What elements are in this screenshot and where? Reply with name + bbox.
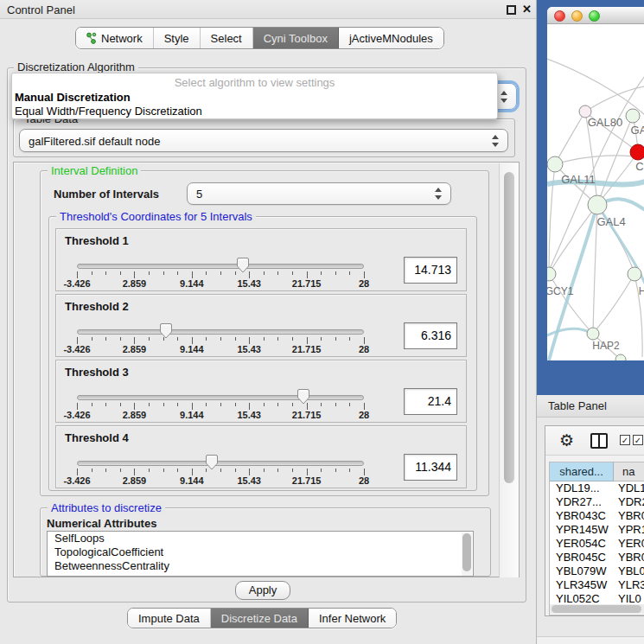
control-panel-titlebar: Control Panel ✕ bbox=[0, 0, 536, 19]
table-data-combobox[interactable]: galFiltered.sif default node bbox=[19, 129, 508, 152]
table-cell: YBR045C bbox=[550, 551, 614, 564]
vertical-scrollbar-thumb[interactable] bbox=[504, 172, 514, 483]
float-window-icon[interactable] bbox=[507, 5, 516, 15]
algorithm-hint: Select algorithm to view settings bbox=[12, 76, 497, 89]
slider-track[interactable] bbox=[77, 329, 364, 335]
horizontal-scrollbar[interactable] bbox=[550, 604, 644, 614]
slider-track[interactable] bbox=[77, 461, 364, 466]
thresholds-group-label: Threshold's Coordinates for 5 Intervals bbox=[56, 210, 256, 223]
network-edge[interactable] bbox=[547, 59, 644, 115]
tab-label: Cyni Toolbox bbox=[264, 32, 328, 45]
tab-jactivemnodules[interactable]: jActiveMNodules bbox=[339, 28, 443, 48]
minimize-traffic-light-icon[interactable] bbox=[571, 10, 583, 22]
network-edge[interactable] bbox=[593, 274, 634, 334]
tab-style[interactable]: Style bbox=[154, 28, 201, 48]
threshold-label: Threshold 1 bbox=[65, 234, 129, 247]
tab-cyni-toolbox[interactable]: Cyni Toolbox bbox=[253, 28, 339, 48]
close-traffic-light-icon[interactable] bbox=[554, 10, 565, 22]
table-data-value: galFiltered.sif default node bbox=[29, 134, 160, 147]
combo-spinner-icon bbox=[501, 91, 508, 103]
network-node[interactable] bbox=[615, 354, 626, 360]
tab-label: Style bbox=[164, 32, 189, 45]
horizontal-scrollbar-thumb[interactable] bbox=[552, 605, 641, 613]
algorithm-option-manual[interactable]: Manual Discretization bbox=[15, 91, 131, 104]
right-region: GAL80GACGAL11GAL4GCY1HHAP2 Table Panel ⚙… bbox=[536, 0, 644, 644]
network-edge[interactable] bbox=[555, 112, 585, 164]
column-header-1[interactable]: shared... bbox=[550, 462, 614, 481]
threshold-value-field[interactable]: 11.344 bbox=[404, 454, 457, 481]
combo-spinner-icon bbox=[435, 188, 443, 200]
algorithm-dropdown-popup: Select algorithm to view settings Manual… bbox=[11, 73, 498, 119]
tab-discretize-data[interactable]: Discretize Data bbox=[211, 609, 309, 628]
threshold-value-field[interactable]: 21.4 bbox=[404, 388, 457, 415]
table-panel-container: ⚙ ✓ ✓ shared...na YDL19...YDL1YDR27...YD… bbox=[545, 425, 644, 616]
apply-button[interactable]: Apply bbox=[235, 581, 290, 600]
network-node-gal11[interactable] bbox=[547, 156, 563, 172]
table-row[interactable]: YDL19...YDL1 bbox=[550, 481, 644, 495]
attribute-item[interactable]: BetweennessCentrality bbox=[48, 559, 473, 573]
slider-tick-labels: -3.4262.8599.14415.4321.71528 bbox=[77, 344, 364, 354]
network-node-h[interactable] bbox=[628, 267, 641, 281]
slider-track[interactable] bbox=[77, 395, 364, 400]
threshold-panel-4: Threshold 4-3.4262.8599.14415.4321.71528… bbox=[55, 425, 467, 488]
network-edge-highlighted[interactable] bbox=[547, 328, 593, 335]
vertical-scrollbar[interactable] bbox=[499, 163, 519, 577]
table-cell: YLR3 bbox=[614, 578, 644, 592]
threshold-label: Threshold 3 bbox=[65, 366, 129, 379]
attributes-scrollbar[interactable] bbox=[462, 532, 472, 577]
attributes-scrollbar-thumb[interactable] bbox=[462, 533, 471, 571]
table-row[interactable]: YBL079WYBL0 bbox=[550, 564, 644, 578]
table-row[interactable]: YLR345WYLR3 bbox=[550, 578, 644, 592]
attribute-items: SelfLoopsTopologicalCoefficientBetweenne… bbox=[48, 532, 473, 573]
control-panel-tab-bar: NetworkStyleSelectCyni ToolboxjActiveMNo… bbox=[75, 27, 444, 49]
table-panel-titlebar: Table Panel bbox=[537, 395, 644, 418]
tab-impute-data[interactable]: Impute Data bbox=[128, 609, 211, 628]
table-row[interactable]: YER054CYER0 bbox=[550, 537, 644, 551]
split-view-icon[interactable] bbox=[590, 433, 608, 449]
table-row[interactable]: YDR27...YDR2 bbox=[550, 495, 644, 509]
network-node-gcy1[interactable] bbox=[547, 267, 556, 281]
network-edge[interactable] bbox=[597, 116, 633, 205]
network-node-c[interactable] bbox=[630, 144, 644, 160]
tab-select[interactable]: Select bbox=[201, 28, 253, 48]
threshold-value-field[interactable]: 6.316 bbox=[404, 322, 457, 349]
tab-network[interactable]: Network bbox=[76, 28, 154, 48]
network-node-label: GAL4 bbox=[596, 215, 625, 228]
table-row[interactable]: YBR045CYBR0 bbox=[550, 551, 644, 564]
network-graph: GAL80GACGAL11GAL4GCY1HHAP2 bbox=[547, 24, 644, 360]
network-node-ga[interactable] bbox=[626, 109, 640, 123]
bottom-tab-bar: Impute DataDiscretize DataInfer Network bbox=[127, 608, 397, 628]
network-node-hap2[interactable] bbox=[587, 328, 599, 340]
network-edge[interactable] bbox=[597, 152, 638, 205]
close-icon[interactable]: ✕ bbox=[522, 3, 532, 16]
network-node-gal4[interactable] bbox=[588, 195, 607, 214]
threshold-panel-1: Threshold 1-3.4262.8599.14415.4321.71528… bbox=[55, 228, 467, 291]
threshold-value-field[interactable]: 14.713 bbox=[404, 257, 457, 284]
tab-infer-network[interactable]: Infer Network bbox=[309, 609, 396, 628]
attribute-item[interactable]: SelfLoops bbox=[48, 532, 473, 545]
threshold-panel-2: Threshold 2-3.4262.8599.14415.4321.71528… bbox=[55, 294, 467, 357]
table-panel-title: Table Panel bbox=[548, 399, 607, 412]
tab-label: Select bbox=[211, 32, 242, 45]
slider-track[interactable] bbox=[77, 264, 364, 269]
table-toolbar: ⚙ ✓ ✓ bbox=[545, 426, 644, 456]
numerical-attributes-list[interactable]: SelfLoopsTopologicalCoefficientBetweenne… bbox=[47, 531, 474, 577]
number-of-intervals-combobox[interactable]: 5 bbox=[187, 182, 451, 205]
table-cell: YBL079W bbox=[550, 564, 614, 578]
network-icon bbox=[86, 32, 97, 44]
network-window-titlebar bbox=[547, 7, 644, 24]
table-row[interactable]: YBR043CYBR0 bbox=[550, 509, 644, 523]
checkbox-icon[interactable]: ✓ bbox=[620, 435, 630, 445]
gear-icon[interactable]: ⚙ bbox=[559, 430, 574, 450]
checkbox-icon[interactable]: ✓ bbox=[633, 435, 643, 445]
threshold-label: Threshold 4 bbox=[65, 431, 129, 444]
attribute-item[interactable]: TopologicalCoefficient bbox=[48, 545, 473, 559]
zoom-traffic-light-icon[interactable] bbox=[589, 10, 600, 22]
combo-spinner-icon bbox=[492, 135, 500, 147]
network-node-label: GCY1 bbox=[547, 285, 574, 297]
table-row[interactable]: YPR145WYPR1 bbox=[550, 523, 644, 537]
network-canvas[interactable]: GAL80GACGAL11GAL4GCY1HHAP2 bbox=[547, 24, 644, 360]
column-header-2[interactable]: na bbox=[614, 462, 644, 481]
table-cell: YER054C bbox=[550, 537, 614, 551]
algorithm-option-equal-width[interactable]: Equal Width/Frequency Discretization bbox=[15, 105, 202, 118]
